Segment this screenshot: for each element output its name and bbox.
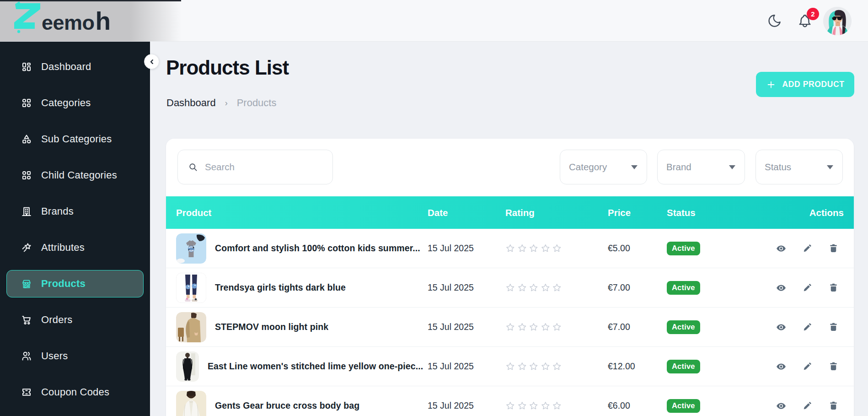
trash-icon: [828, 361, 839, 372]
star-icon: [517, 283, 527, 293]
page: { "brand": { "logo_z": "Z", "logo_mid": …: [0, 0, 868, 416]
sidebar-item-users[interactable]: Users: [6, 342, 144, 370]
avatar-image: [823, 7, 852, 35]
rating-stars: [505, 322, 608, 332]
sidebar-item-products[interactable]: Products: [6, 270, 144, 297]
view-button[interactable]: [776, 322, 787, 333]
topbar-actions: 2: [766, 0, 852, 42]
sidebar-item-label: Dashboard: [41, 61, 91, 73]
actions-cell: [776, 361, 854, 372]
breadcrumb-current: Products: [237, 97, 277, 109]
product-cell: East Line women's stitched lime yellow o…: [166, 351, 428, 382]
sidebar-collapse-button[interactable]: [144, 54, 159, 69]
trash-icon: [828, 243, 839, 254]
product-cell: Comfort and stylish 100% cotton kids sum…: [166, 233, 428, 264]
edit-button[interactable]: [802, 400, 813, 411]
eye-icon: [776, 361, 787, 372]
add-product-button[interactable]: ADD PRODUCT: [756, 72, 854, 97]
category-select[interactable]: Category: [560, 150, 647, 184]
sidebar-item-orders[interactable]: Orders: [6, 306, 144, 334]
view-button[interactable]: [776, 400, 787, 411]
price-cell: €6.00: [608, 400, 667, 411]
brand-select[interactable]: Brand: [657, 150, 745, 184]
filters-bar: Category Brand Status: [166, 139, 854, 196]
sidebar-item-sub-categories[interactable]: Sub Categories: [6, 125, 144, 153]
star-icon: [517, 362, 527, 372]
edit-button[interactable]: [802, 282, 813, 293]
user-avatar[interactable]: [823, 7, 852, 35]
rating-stars: [505, 362, 608, 372]
breadcrumb-dashboard-link[interactable]: Dashboard: [166, 97, 216, 109]
notification-badge: 2: [807, 8, 819, 20]
view-button[interactable]: [776, 282, 787, 293]
eye-icon: [776, 322, 787, 333]
sidebar-item-label: Brands: [41, 205, 74, 217]
sidebar-item-attributes[interactable]: Attributes: [6, 234, 144, 261]
sidebar-item-brands[interactable]: Brands: [6, 198, 144, 225]
price-cell: €5.00: [608, 243, 667, 254]
pencil-icon: [802, 282, 813, 293]
caret-down-icon: [729, 165, 735, 169]
notifications-button[interactable]: 2: [797, 13, 813, 29]
moon-icon: [767, 13, 782, 28]
pencil-icon: [802, 322, 813, 332]
status-cell: Active: [667, 360, 700, 373]
edit-button[interactable]: [802, 361, 813, 372]
breadcrumb-separator: ›: [225, 98, 228, 108]
brand-select-label: Brand: [666, 162, 691, 173]
view-button[interactable]: [776, 243, 787, 254]
trash-icon: [828, 282, 839, 293]
pencil-icon: [802, 400, 813, 411]
delete-button[interactable]: [828, 322, 839, 333]
star-icon: [541, 243, 551, 254]
sidebar-item-label: Attributes: [41, 242, 85, 254]
delete-button[interactable]: [828, 243, 839, 254]
status-cell: Active: [667, 320, 700, 334]
sidebar-item-dashboard[interactable]: Dashboard: [6, 53, 144, 81]
table-body: Comfort and stylish 100% cotton kids sum…: [166, 229, 854, 416]
view-button[interactable]: [776, 361, 787, 372]
product-thumbnail: [176, 351, 199, 382]
sidebar-item-child-categories[interactable]: Child Categories: [6, 162, 144, 189]
sidebar-item-label: Coupon Codes: [41, 386, 109, 398]
trash-icon: [828, 400, 839, 411]
sidebar-item-label: Products: [41, 278, 86, 290]
star-icon: [529, 243, 539, 254]
delete-button[interactable]: [828, 400, 839, 411]
date-cell: 15 Jul 2025: [428, 322, 505, 332]
star-icon: [505, 401, 515, 411]
star-icon: [529, 283, 539, 293]
product-name: STEPMOV moon light pink: [215, 322, 328, 332]
search-box[interactable]: [177, 150, 333, 184]
date-cell: 15 Jul 2025: [428, 361, 505, 372]
logo-text-h: h: [96, 9, 111, 34]
star-icon: [541, 362, 551, 372]
price-cell: €7.00: [608, 282, 667, 293]
edit-button[interactable]: [802, 322, 813, 333]
column-header-rating: Rating: [505, 207, 608, 218]
sidebar-item-coupon-codes[interactable]: Coupon Codes: [6, 378, 144, 406]
dark-mode-toggle[interactable]: [766, 13, 782, 29]
actions-cell: [776, 322, 854, 333]
delete-button[interactable]: [828, 361, 839, 372]
breadcrumb: Dashboard › Products: [166, 97, 276, 109]
category-shapes-icon: [21, 170, 32, 181]
edit-button[interactable]: [802, 243, 813, 254]
date-cell: 15 Jul 2025: [428, 282, 505, 293]
brand-logo[interactable]: eemo h: [14, 0, 110, 35]
category-select-label: Category: [569, 162, 607, 173]
delete-button[interactable]: [828, 282, 839, 293]
product-thumbnail: [176, 391, 206, 416]
star-icon: [517, 401, 527, 411]
search-input[interactable]: [205, 162, 319, 173]
status-select[interactable]: Status: [755, 150, 843, 184]
star-icon: [505, 283, 515, 293]
page-title: Products List: [166, 56, 289, 79]
star-icon: [552, 362, 562, 372]
main-content: Products List Dashboard › Products ADD P…: [150, 42, 868, 416]
star-icon: [529, 322, 539, 332]
star-icon: [552, 322, 562, 332]
star-icon: [505, 362, 515, 372]
sidebar-item-categories[interactable]: Categories: [6, 89, 144, 117]
star-icon: [517, 243, 527, 254]
